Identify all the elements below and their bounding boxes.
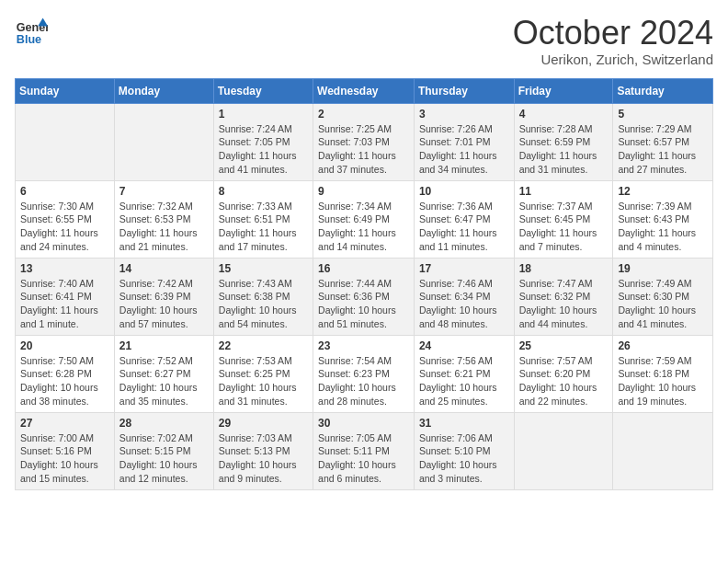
day-number: 10 [419, 185, 509, 198]
svg-text:Blue: Blue [17, 33, 41, 46]
day-info: Sunrise: 7:02 AMSunset: 5:15 PMDaylight:… [119, 431, 209, 486]
day-number: 8 [219, 185, 308, 198]
calendar-cell: 11Sunrise: 7:37 AMSunset: 6:45 PMDayligh… [514, 180, 613, 258]
day-number: 20 [20, 339, 109, 352]
calendar-cell [613, 412, 713, 489]
day-info: Sunrise: 7:49 AMSunset: 6:30 PMDaylight:… [618, 277, 708, 331]
day-number: 12 [618, 185, 708, 198]
day-info: Sunrise: 7:43 AMSunset: 6:38 PMDaylight:… [219, 277, 308, 331]
day-info: Sunrise: 7:53 AMSunset: 6:25 PMDaylight:… [219, 354, 308, 408]
weekday-header-saturday: Saturday [613, 78, 713, 103]
calendar-cell: 14Sunrise: 7:42 AMSunset: 6:39 PMDayligh… [114, 258, 213, 335]
calendar-cell: 29Sunrise: 7:03 AMSunset: 5:13 PMDayligh… [213, 412, 313, 489]
day-info: Sunrise: 7:40 AMSunset: 6:41 PMDaylight:… [20, 277, 109, 331]
calendar-cell: 7Sunrise: 7:32 AMSunset: 6:53 PMDaylight… [114, 180, 213, 258]
logo: General Blue [15, 15, 48, 48]
calendar-cell: 23Sunrise: 7:54 AMSunset: 6:23 PMDayligh… [313, 335, 415, 412]
day-number: 31 [419, 417, 509, 430]
day-number: 5 [618, 108, 708, 121]
day-number: 7 [119, 185, 209, 198]
calendar-week-row: 6Sunrise: 7:30 AMSunset: 6:55 PMDaylight… [16, 180, 713, 258]
day-number: 28 [119, 417, 209, 430]
calendar-cell: 30Sunrise: 7:05 AMSunset: 5:11 PMDayligh… [313, 412, 415, 489]
calendar-cell: 24Sunrise: 7:56 AMSunset: 6:21 PMDayligh… [414, 335, 514, 412]
day-info: Sunrise: 7:33 AMSunset: 6:51 PMDaylight:… [219, 200, 308, 254]
day-number: 19 [618, 262, 708, 275]
day-number: 2 [318, 108, 409, 121]
calendar-table: SundayMondayTuesdayWednesdayThursdayFrid… [15, 78, 713, 490]
month-year-title: October 2024 [513, 15, 713, 52]
calendar-cell: 21Sunrise: 7:52 AMSunset: 6:27 PMDayligh… [114, 335, 213, 412]
calendar-cell: 25Sunrise: 7:57 AMSunset: 6:20 PMDayligh… [514, 335, 613, 412]
calendar-cell: 20Sunrise: 7:50 AMSunset: 6:28 PMDayligh… [16, 335, 115, 412]
day-info: Sunrise: 7:30 AMSunset: 6:55 PMDaylight:… [20, 200, 109, 254]
day-info: Sunrise: 7:57 AMSunset: 6:20 PMDaylight:… [519, 354, 609, 408]
calendar-cell: 6Sunrise: 7:30 AMSunset: 6:55 PMDaylight… [16, 180, 115, 258]
day-info: Sunrise: 7:42 AMSunset: 6:39 PMDaylight:… [119, 277, 209, 331]
weekday-header-tuesday: Tuesday [213, 78, 313, 103]
calendar-cell: 22Sunrise: 7:53 AMSunset: 6:25 PMDayligh… [213, 335, 313, 412]
day-info: Sunrise: 7:36 AMSunset: 6:47 PMDaylight:… [419, 200, 509, 254]
day-info: Sunrise: 7:47 AMSunset: 6:32 PMDaylight:… [519, 277, 609, 331]
day-number: 18 [519, 262, 609, 275]
day-number: 17 [419, 262, 509, 275]
location-subtitle: Uerikon, Zurich, Switzerland [513, 52, 713, 67]
day-info: Sunrise: 7:37 AMSunset: 6:45 PMDaylight:… [519, 200, 609, 254]
day-info: Sunrise: 7:56 AMSunset: 6:21 PMDaylight:… [419, 354, 509, 408]
weekday-header-thursday: Thursday [414, 78, 514, 103]
calendar-week-row: 27Sunrise: 7:00 AMSunset: 5:16 PMDayligh… [16, 412, 713, 489]
calendar-cell: 4Sunrise: 7:28 AMSunset: 6:59 PMDaylight… [514, 103, 613, 180]
day-number: 11 [519, 185, 609, 198]
day-info: Sunrise: 7:06 AMSunset: 5:10 PMDaylight:… [419, 431, 509, 486]
day-number: 16 [318, 262, 409, 275]
day-number: 27 [20, 417, 109, 430]
day-number: 9 [318, 185, 409, 198]
calendar-cell [114, 103, 213, 180]
calendar-week-row: 13Sunrise: 7:40 AMSunset: 6:41 PMDayligh… [16, 258, 713, 335]
day-number: 26 [618, 339, 708, 352]
calendar-cell: 12Sunrise: 7:39 AMSunset: 6:43 PMDayligh… [613, 180, 713, 258]
day-info: Sunrise: 7:25 AMSunset: 7:03 PMDaylight:… [318, 122, 409, 177]
day-info: Sunrise: 7:28 AMSunset: 6:59 PMDaylight:… [519, 122, 609, 177]
calendar-cell: 28Sunrise: 7:02 AMSunset: 5:15 PMDayligh… [114, 412, 213, 489]
day-info: Sunrise: 7:46 AMSunset: 6:34 PMDaylight:… [419, 277, 509, 331]
calendar-cell: 13Sunrise: 7:40 AMSunset: 6:41 PMDayligh… [16, 258, 115, 335]
page-header: General Blue October 2024 Uerikon, Zuric… [15, 15, 713, 67]
day-info: Sunrise: 7:32 AMSunset: 6:53 PMDaylight:… [119, 200, 209, 254]
day-number: 29 [219, 417, 308, 430]
weekday-header-row: SundayMondayTuesdayWednesdayThursdayFrid… [16, 78, 713, 103]
day-info: Sunrise: 7:44 AMSunset: 6:36 PMDaylight:… [318, 277, 409, 331]
calendar-cell: 18Sunrise: 7:47 AMSunset: 6:32 PMDayligh… [514, 258, 613, 335]
day-info: Sunrise: 7:52 AMSunset: 6:27 PMDaylight:… [119, 354, 209, 408]
day-number: 22 [219, 339, 308, 352]
calendar-cell [16, 103, 115, 180]
day-number: 14 [119, 262, 209, 275]
calendar-cell: 10Sunrise: 7:36 AMSunset: 6:47 PMDayligh… [414, 180, 514, 258]
weekday-header-friday: Friday [514, 78, 613, 103]
weekday-header-sunday: Sunday [16, 78, 115, 103]
day-number: 13 [20, 262, 109, 275]
logo-icon: General Blue [15, 15, 48, 48]
calendar-cell: 15Sunrise: 7:43 AMSunset: 6:38 PMDayligh… [213, 258, 313, 335]
calendar-cell [514, 412, 613, 489]
calendar-cell: 17Sunrise: 7:46 AMSunset: 6:34 PMDayligh… [414, 258, 514, 335]
weekday-header-wednesday: Wednesday [313, 78, 415, 103]
title-block: October 2024 Uerikon, Zurich, Switzerlan… [513, 15, 713, 67]
calendar-body: 1Sunrise: 7:24 AMSunset: 7:05 PMDaylight… [16, 103, 713, 489]
calendar-cell: 5Sunrise: 7:29 AMSunset: 6:57 PMDaylight… [613, 103, 713, 180]
day-info: Sunrise: 7:24 AMSunset: 7:05 PMDaylight:… [219, 122, 308, 177]
day-info: Sunrise: 7:59 AMSunset: 6:18 PMDaylight:… [618, 354, 708, 408]
calendar-cell: 31Sunrise: 7:06 AMSunset: 5:10 PMDayligh… [414, 412, 514, 489]
day-info: Sunrise: 7:29 AMSunset: 6:57 PMDaylight:… [618, 122, 708, 177]
day-info: Sunrise: 7:39 AMSunset: 6:43 PMDaylight:… [618, 200, 708, 254]
day-info: Sunrise: 7:00 AMSunset: 5:16 PMDaylight:… [20, 431, 109, 486]
calendar-cell: 27Sunrise: 7:00 AMSunset: 5:16 PMDayligh… [16, 412, 115, 489]
day-number: 1 [219, 108, 308, 121]
day-number: 21 [119, 339, 209, 352]
day-number: 4 [519, 108, 609, 121]
day-info: Sunrise: 7:05 AMSunset: 5:11 PMDaylight:… [318, 431, 409, 486]
weekday-header-monday: Monday [114, 78, 213, 103]
day-number: 3 [419, 108, 509, 121]
calendar-cell: 19Sunrise: 7:49 AMSunset: 6:30 PMDayligh… [613, 258, 713, 335]
calendar-cell: 8Sunrise: 7:33 AMSunset: 6:51 PMDaylight… [213, 180, 313, 258]
